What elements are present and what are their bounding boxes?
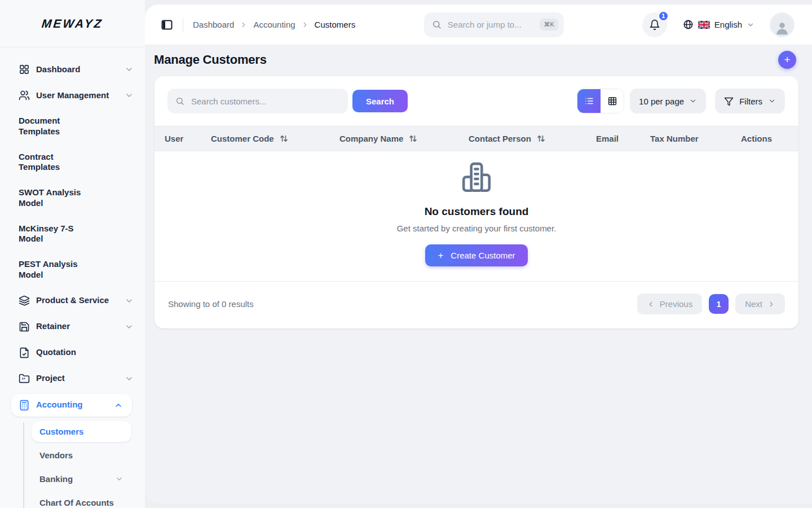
bell-icon [649, 19, 660, 30]
sidebar-item-label: Contract Templates [19, 152, 96, 173]
chevron-down-icon [125, 296, 134, 305]
chevron-down-icon [689, 97, 697, 105]
chevron-down-icon [747, 21, 754, 29]
search-icon [175, 97, 184, 106]
pagination: Previous 1 Next [637, 294, 785, 314]
language-label: English [714, 20, 742, 29]
sidebar-item-label: Quotation [36, 347, 76, 358]
sidebar-item-dashboard[interactable]: Dashboard [0, 59, 145, 80]
grid-icon [19, 64, 30, 75]
folder-icon [19, 373, 30, 384]
chevron-left-icon [647, 300, 655, 308]
sidebar-subitem-banking[interactable]: Banking [32, 468, 131, 489]
sidebar: MEWAYZ Dashboard User Management Documen… [0, 0, 145, 508]
brand-logo: MEWAYZ [41, 17, 104, 30]
building-icon [460, 161, 493, 194]
sidebar-item-quotation[interactable]: Quotation [0, 342, 145, 364]
previous-label: Previous [660, 299, 692, 309]
sort-icon [536, 134, 546, 143]
globe-icon [683, 19, 694, 30]
sidebar-item-document-templates[interactable]: Document Templates [0, 111, 145, 142]
column-header-tax-number: Tax Number [650, 126, 741, 151]
document-check-icon [19, 347, 30, 358]
empty-state: No customers found Get started by creati… [155, 151, 798, 281]
chevron-down-icon [125, 322, 134, 331]
user-avatar[interactable] [770, 12, 795, 37]
empty-state-title: No customers found [155, 205, 798, 218]
sidebar-item-accounting[interactable]: Accounting [11, 394, 132, 417]
filters-label: Filters [739, 97, 762, 106]
notification-count-badge: 1 [658, 11, 669, 21]
sidebar-item-retainer[interactable]: Retainer [0, 316, 145, 338]
search-button[interactable]: Search [352, 90, 408, 112]
customer-search-input[interactable] [190, 96, 340, 107]
search-icon [432, 20, 442, 29]
keyboard-shortcut-badge: ⌘K [540, 19, 558, 30]
column-header-company-name[interactable]: Company Name [339, 126, 469, 151]
language-selector[interactable]: English [683, 19, 754, 30]
sidebar-item-project[interactable]: Project [0, 368, 145, 389]
per-page-value: 10 per page [639, 97, 684, 106]
view-toggle [577, 89, 624, 113]
list-view-button[interactable] [577, 89, 601, 113]
sidebar-subitem-customers[interactable]: Customers [32, 421, 131, 442]
next-page-button[interactable]: Next [735, 294, 785, 314]
column-header-contact-person[interactable]: Contact Person [469, 126, 596, 151]
add-customer-button[interactable]: + [778, 51, 796, 69]
breadcrumb: Dashboard Accounting Customers [193, 20, 355, 29]
create-customer-button[interactable]: + Create Customer [425, 244, 527, 266]
customers-table: User Customer Code Company Name Contact … [155, 126, 798, 151]
customer-search [167, 89, 348, 113]
previous-page-button[interactable]: Previous [637, 294, 702, 314]
chevron-down-icon [125, 374, 134, 383]
breadcrumb-dashboard[interactable]: Dashboard [193, 20, 234, 29]
sidebar-item-label: Retainer [36, 321, 70, 332]
sidebar-toggle-icon[interactable] [160, 18, 174, 32]
sidebar-item-label: Dashboard [36, 64, 80, 75]
chevron-down-icon [768, 97, 776, 105]
page-number-button[interactable]: 1 [709, 294, 729, 314]
column-header-actions: Actions [741, 126, 798, 151]
breadcrumb-accounting[interactable]: Accounting [253, 20, 295, 29]
global-search-input[interactable] [447, 19, 535, 30]
customers-card: Search 10 per page Filters [155, 76, 798, 329]
sidebar-item-label: User Management [36, 90, 109, 101]
column-header-email: Email [596, 126, 650, 151]
per-page-select[interactable]: 10 per page [630, 89, 706, 113]
global-search: ⌘K [424, 12, 564, 37]
sidebar-subitem-chart-of-accounts[interactable]: Chart Of Accounts [32, 492, 131, 508]
sidebar-subitem-vendors[interactable]: Vendors [32, 445, 131, 466]
sidebar-item-label: SWOT Analysis Model [19, 187, 96, 209]
sidebar-item-product-service[interactable]: Product & Service [0, 290, 145, 312]
table-header-row: User Customer Code Company Name Contact … [155, 126, 798, 151]
plus-icon: + [784, 54, 790, 65]
column-header-user: User [155, 126, 211, 151]
card-toolbar: Search 10 per page Filters [155, 76, 798, 126]
sidebar-subitem-label: Customers [39, 427, 83, 436]
sidebar-item-swot-analysis[interactable]: SWOT Analysis Model [0, 182, 145, 214]
filters-button[interactable]: Filters [715, 89, 785, 113]
chevron-right-icon [240, 21, 248, 29]
sidebar-item-contract-templates[interactable]: Contract Templates [0, 147, 145, 178]
top-bar: Dashboard Accounting Customers ⌘K 1 Engl… [145, 5, 812, 45]
sidebar-subitem-label: Chart Of Accounts [39, 498, 114, 507]
sidebar-subitem-label: Vendors [39, 450, 73, 460]
grid-view-button[interactable] [601, 89, 624, 113]
card-footer: Showing to of 0 results Previous 1 Next [155, 282, 798, 329]
divider [183, 17, 183, 32]
sidebar-item-label: PEST Analysis Model [19, 259, 96, 281]
column-header-customer-code[interactable]: Customer Code [211, 126, 339, 151]
chevron-up-icon [114, 401, 123, 410]
sidebar-item-pest-analysis[interactable]: PEST Analysis Model [0, 254, 145, 286]
notifications-button[interactable]: 1 [642, 12, 667, 37]
chevron-down-icon [115, 475, 123, 483]
grid-icon [607, 96, 617, 106]
sidebar-item-user-management[interactable]: User Management [0, 85, 145, 106]
calculator-icon [19, 400, 30, 411]
accounting-submenu: Customers Vendors Banking Chart Of Accou… [0, 421, 145, 508]
sidebar-item-label: McKinsey 7-S Model [19, 224, 96, 245]
sidebar-item-label: Project [36, 373, 65, 384]
page-title: Manage Customers [154, 52, 267, 67]
sidebar-item-mckinsey-7s[interactable]: McKinsey 7-S Model [0, 218, 145, 250]
chevron-right-icon [301, 21, 309, 29]
